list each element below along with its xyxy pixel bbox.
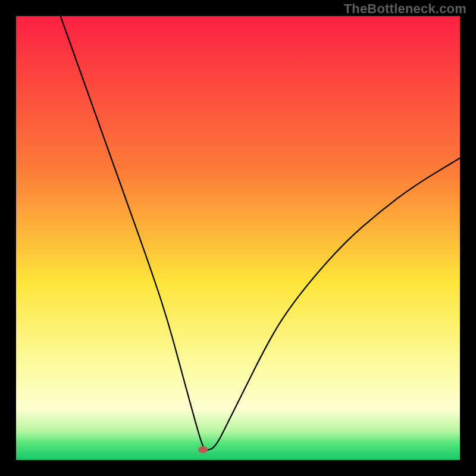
watermark-label: TheBottleneck.com bbox=[344, 1, 466, 17]
plot-svg bbox=[16, 16, 460, 460]
selected-point-marker bbox=[198, 446, 208, 453]
chart-frame: TheBottleneck.com bbox=[0, 0, 476, 476]
heat-gradient-bg bbox=[16, 16, 460, 460]
plot-area bbox=[16, 16, 460, 460]
